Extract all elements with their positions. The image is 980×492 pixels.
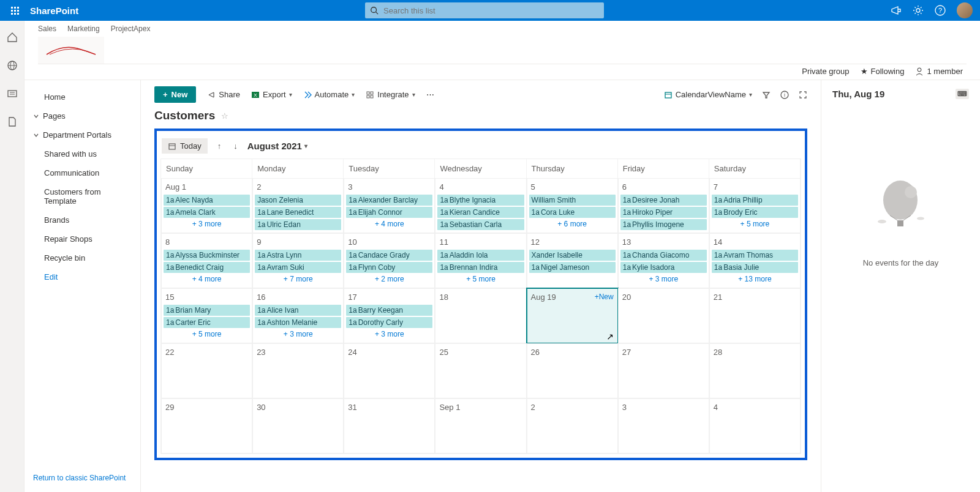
following-button[interactable]: ★Following bbox=[861, 67, 905, 76]
calendar-event[interactable]: 1aKylie Isadora bbox=[620, 262, 707, 273]
globe-icon[interactable] bbox=[7, 60, 18, 71]
sidebar-item[interactable]: Brands bbox=[24, 211, 140, 229]
breadcrumb-item[interactable]: ProjectApex bbox=[111, 24, 151, 33]
calendar-cell[interactable]: 3 bbox=[618, 398, 709, 453]
more-events-link[interactable]: + 3 more bbox=[346, 329, 432, 338]
new-event-link[interactable]: +New bbox=[595, 293, 614, 302]
favorite-button[interactable]: ☆ bbox=[221, 111, 228, 121]
calendar-cell[interactable]: 101aCandace Grady1aFlynn Coby+ 2 more bbox=[344, 233, 435, 288]
calendar-event[interactable]: 1aBrian Mary bbox=[164, 305, 250, 316]
sidebar-item[interactable]: Edit bbox=[24, 267, 140, 286]
calendar-event[interactable]: 1aBrody Eric bbox=[712, 207, 798, 218]
calendar-event[interactable]: 1aCarter Eric bbox=[164, 317, 250, 328]
sidebar-item[interactable]: Customers from Template bbox=[24, 182, 140, 211]
calendar-event[interactable]: 1aBenedict Craig bbox=[164, 262, 250, 273]
sidebar-item[interactable]: Shared with us bbox=[24, 144, 140, 163]
calendar-event[interactable]: 1aAlec Nayda bbox=[164, 195, 250, 206]
calendar-event[interactable]: 1aAlice Ivan bbox=[255, 305, 341, 316]
calendar-event[interactable]: 1aPhyllis Imogene bbox=[620, 219, 707, 230]
classic-link[interactable]: Return to classic SharePoint bbox=[24, 469, 140, 487]
calendar-event[interactable]: 1aHiroko Piper bbox=[620, 207, 707, 218]
more-events-link[interactable]: + 3 more bbox=[620, 274, 707, 283]
calendar-cell[interactable]: 41aBlythe Ignacia1aKieran Candice1aSebas… bbox=[435, 178, 526, 233]
calendar-event[interactable]: 1aChanda Giacomo bbox=[620, 250, 707, 261]
user-avatar[interactable] bbox=[957, 2, 973, 18]
calendar-event[interactable]: 1aBasia Julie bbox=[712, 262, 798, 273]
calendar-event[interactable]: 1aAshton Melanie bbox=[255, 317, 341, 328]
site-logo[interactable] bbox=[38, 37, 104, 64]
prev-month-button[interactable]: ↑ bbox=[215, 139, 224, 153]
calendar-cell[interactable]: 111aAladdin Iola1aBrennan Indira+ 5 more bbox=[435, 233, 526, 288]
new-button[interactable]: +New bbox=[154, 86, 196, 103]
sidebar-item[interactable]: Home bbox=[24, 88, 140, 106]
calendar-cell[interactable]: 171aBarry Keegan1aDorothy Carly+ 3 more bbox=[344, 288, 435, 343]
calendar-event[interactable]: Jason Zelenia bbox=[255, 195, 341, 206]
calendar-cell[interactable]: 91aAstra Lynn1aAvram Suki+ 7 more bbox=[252, 233, 344, 288]
calendar-cell[interactable]: Aug 11aAlec Nayda1aAmela Clark+ 3 more bbox=[161, 178, 252, 233]
keyboard-icon[interactable]: ⌨ bbox=[956, 89, 969, 99]
calendar-cell[interactable]: 22 bbox=[161, 343, 252, 398]
calendar-cell[interactable]: 30 bbox=[252, 398, 344, 453]
today-button[interactable]: Today bbox=[162, 138, 208, 154]
export-button[interactable]: XExport▾ bbox=[251, 90, 292, 99]
more-events-link[interactable]: + 4 more bbox=[164, 274, 250, 283]
calendar-cell[interactable]: Aug 19+New↖ bbox=[527, 288, 618, 343]
sidebar-item[interactable]: Recycle bin bbox=[24, 248, 140, 267]
more-events-link[interactable]: + 13 more bbox=[712, 274, 798, 283]
files-icon[interactable] bbox=[7, 116, 18, 127]
breadcrumb-item[interactable]: Sales bbox=[38, 24, 56, 33]
help-icon[interactable]: ? bbox=[935, 5, 946, 16]
calendar-event[interactable]: 1aCora Luke bbox=[529, 207, 616, 218]
calendar-event[interactable]: 1aKieran Candice bbox=[437, 207, 524, 218]
expand-button[interactable] bbox=[799, 91, 807, 99]
calendar-cell[interactable]: 27 bbox=[618, 343, 709, 398]
settings-icon[interactable] bbox=[913, 5, 924, 16]
search-box[interactable] bbox=[365, 2, 604, 18]
calendar-cell[interactable]: 161aAlice Ivan1aAshton Melanie+ 3 more bbox=[252, 288, 344, 343]
calendar-cell[interactable]: 141aAvram Thomas1aBasia Julie+ 13 more bbox=[709, 233, 801, 288]
calendar-event[interactable]: 1aCandace Grady bbox=[346, 250, 432, 261]
next-month-button[interactable]: ↓ bbox=[231, 139, 240, 153]
more-events-link[interactable]: + 2 more bbox=[346, 274, 432, 283]
calendar-cell[interactable]: 131aChanda Giacomo1aKylie Isadora+ 3 mor… bbox=[618, 233, 709, 288]
more-events-link[interactable]: + 7 more bbox=[255, 274, 341, 283]
sidebar-item[interactable]: Communication bbox=[24, 163, 140, 182]
home-icon[interactable] bbox=[7, 32, 18, 43]
app-launcher-button[interactable] bbox=[0, 0, 29, 21]
search-input[interactable] bbox=[383, 6, 599, 15]
more-events-link[interactable]: + 5 more bbox=[712, 219, 798, 228]
calendar-cell[interactable]: 26 bbox=[527, 343, 618, 398]
sidebar-item[interactable]: Pages bbox=[24, 106, 140, 125]
calendar-cell[interactable]: 61aDesiree Jonah1aHiroko Piper1aPhyllis … bbox=[618, 178, 709, 233]
megaphone-icon[interactable] bbox=[891, 5, 902, 16]
calendar-cell[interactable]: 151aBrian Mary1aCarter Eric+ 5 more bbox=[161, 288, 252, 343]
members-button[interactable]: 1 member bbox=[915, 67, 963, 76]
calendar-cell[interactable]: 71aAdria Phillip1aBrody Eric+ 5 more bbox=[709, 178, 801, 233]
calendar-cell[interactable]: 31aAlexander Barclay1aElijah Connor+ 4 m… bbox=[344, 178, 435, 233]
calendar-cell[interactable]: 2 bbox=[527, 398, 618, 453]
news-icon[interactable] bbox=[7, 88, 18, 99]
calendar-event[interactable]: 1aBrennan Indira bbox=[437, 262, 524, 273]
calendar-event[interactable]: 1aAladdin Iola bbox=[437, 250, 524, 261]
more-events-link[interactable]: + 3 more bbox=[255, 329, 341, 338]
calendar-cell[interactable]: 20 bbox=[618, 288, 709, 343]
more-events-link[interactable]: + 3 more bbox=[164, 219, 250, 228]
calendar-event[interactable]: 1aAstra Lynn bbox=[255, 250, 341, 261]
calendar-cell[interactable]: 4 bbox=[709, 398, 801, 453]
automate-button[interactable]: Automate▾ bbox=[303, 90, 355, 99]
calendar-cell[interactable]: 28 bbox=[709, 343, 801, 398]
calendar-event[interactable]: 1aAmela Clark bbox=[164, 207, 250, 218]
calendar-cell[interactable]: 12Xander Isabelle1aNigel Jameson bbox=[527, 233, 618, 288]
share-button[interactable]: Share bbox=[207, 90, 240, 99]
calendar-event[interactable]: 1aBarry Keegan bbox=[346, 305, 432, 316]
more-events-link[interactable]: + 4 more bbox=[346, 219, 432, 228]
more-events-link[interactable]: + 6 more bbox=[529, 219, 616, 228]
filter-button[interactable] bbox=[762, 91, 771, 99]
more-events-link[interactable]: + 5 more bbox=[164, 329, 250, 338]
view-selector[interactable]: CalendarViewName▾ bbox=[664, 90, 752, 99]
calendar-cell[interactable]: 29 bbox=[161, 398, 252, 453]
calendar-cell[interactable]: 81aAlyssa Buckminster1aBenedict Craig+ 4… bbox=[161, 233, 252, 288]
month-picker[interactable]: August 2021▾ bbox=[247, 141, 307, 151]
calendar-event[interactable]: 1aAvram Thomas bbox=[712, 250, 798, 261]
calendar-event[interactable]: 1aAlexander Barclay bbox=[346, 195, 432, 206]
